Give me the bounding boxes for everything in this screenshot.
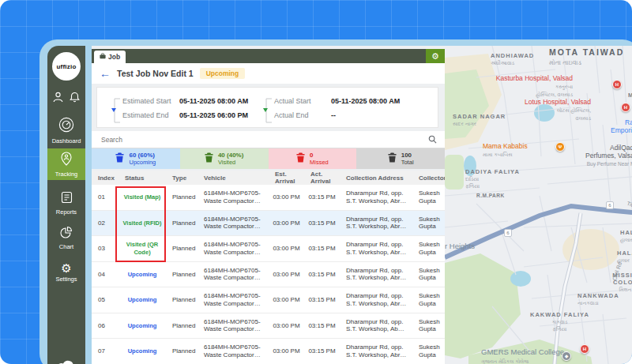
col-header[interactable]: Act. Arrival <box>304 171 340 185</box>
map-area-label: ANDHIAWADઅંધીઆવાડ <box>491 52 534 66</box>
estimated-group: Estimated Start05-11-2025 08:00 AM Estim… <box>122 94 248 122</box>
cell-address: Dharampur Rd, opp. <box>346 292 403 299</box>
map-area-label: SADAR NAGARસાદર નાગર <box>453 113 506 127</box>
col-header[interactable]: Vehicle <box>198 174 269 182</box>
map-poi-label[interactable]: Lotus Hospital, Valsadલોટસ હોસ્પિટલ,વલસા… <box>512 98 591 122</box>
col-header[interactable]: Index <box>92 174 118 182</box>
map-poi-label[interactable]: Mama Kababisમામા કબાબિસ <box>483 142 528 158</box>
summary-missed[interactable]: 0Missed <box>269 148 357 169</box>
trash-icon <box>388 152 397 166</box>
cell-index: 04 <box>92 271 118 279</box>
col-header[interactable]: Type <box>166 174 198 182</box>
job-title: Test Job Nov Edit 1 <box>117 69 194 78</box>
cell-act-arrival: 03:15 PM <box>304 271 340 279</box>
col-header[interactable]: Collection Address <box>340 174 412 182</box>
table-row[interactable]: 03 Visited (QR Code) Planned 6184MH-MOP6… <box>92 236 445 262</box>
cell-type: Planned <box>166 347 198 355</box>
summary-total[interactable]: 100Total <box>356 148 445 169</box>
cell-vehicle: 6184MH-MOP6705- <box>204 216 261 223</box>
cell-collector: Sukesh Gupta <box>412 190 445 205</box>
trash-icon <box>205 152 213 166</box>
tracking-icon <box>60 152 73 169</box>
estimated-end-value: 05-11-2025 06:00 PM <box>179 111 248 119</box>
sidebar-item-reports[interactable]: Reports <box>47 188 85 218</box>
hospital-marker[interactable]: H <box>580 344 589 354</box>
sidebar-item-label: Tracking <box>55 171 77 178</box>
college-marker[interactable]: ◆ <box>562 351 571 361</box>
summary-upcoming[interactable]: 60 (60%)Upcoming <box>92 148 180 169</box>
cell-address2: S.T. Workshop, Abr… <box>346 274 406 281</box>
table-row[interactable]: 04 Upcoming Planned 6184MH-MOP6705-Waste… <box>92 262 445 288</box>
map-area-label: NANKWADAનાનકવાડા <box>577 292 619 306</box>
cell-index: 01 <box>92 193 118 201</box>
status-badge: Upcoming <box>200 68 246 79</box>
cell-act-arrival: 03:15 PM <box>304 193 340 201</box>
cell-est-arrival: 03:00 PM <box>269 347 304 355</box>
dashboard-icon <box>58 117 74 136</box>
cell-collector: Sukesh Gupta <box>412 241 445 256</box>
panel-settings-button[interactable]: ⚙ <box>426 49 445 63</box>
cell-address2: S.T. Workshop, Abr… <box>346 197 406 205</box>
table-row[interactable]: 06 Upcoming Planned 6184MH-MOP6705-Waste… <box>92 313 445 340</box>
map-area-label: DADIYA FALIYAદાડિયાફળિયા <box>465 168 520 190</box>
cell-type: Planned <box>166 193 198 201</box>
cell-est-arrival: 03:00 PM <box>269 322 304 330</box>
search-icon[interactable] <box>428 133 437 147</box>
sidebar-item-dashboard[interactable]: Dashboard <box>47 115 85 145</box>
cell-address: Dharampur Rd, opp. <box>346 318 403 325</box>
table-row[interactable]: 07 Upcoming Planned 6184MH-MOP6705-Waste… <box>92 339 445 364</box>
cell-vehicle: 6184MH-MOP6705- <box>204 318 261 325</box>
cell-address2: S.T. Workshop, Ab… <box>346 325 404 332</box>
map-poi-label[interactable]: GMERS Medical Collegeગુજરાત મેડિકલ કોલેજ <box>481 347 564 364</box>
summary-count: 60 (60%) <box>129 152 156 159</box>
cell-index: 03 <box>92 245 118 253</box>
cell-address2: S.T. Workshop, Abr… <box>346 300 406 307</box>
col-header[interactable]: Collector <box>412 174 445 182</box>
sidebar-item-tracking[interactable]: Tracking <box>47 148 85 180</box>
job-panel: Job ⚙ ← Test Job Nov Edit 1 Upcoming Est… <box>92 46 445 364</box>
cell-index: 05 <box>92 296 118 304</box>
map-poi-label[interactable]: Kasturba Hospital, Valsadકસ્તુરબાહોસ્પિટ… <box>494 74 573 98</box>
support-cloud-icon[interactable] <box>55 358 77 364</box>
tab-bar: Job ⚙ <box>92 49 445 63</box>
table-row[interactable]: 01 Visited (Map) Planned 6184MH-MOP6705-… <box>92 185 445 211</box>
restaurant-marker[interactable]: Ψ <box>555 142 565 152</box>
map-canvas[interactable]: ANDHIAWADઅંધીઆવાડ MOTA TAIWADમોતા તાઇવાડ… <box>445 46 632 364</box>
cell-address2: S.T. Workshop, Abr… <box>346 351 406 358</box>
cell-address: Dharampur Rd, opp. <box>346 343 403 351</box>
cell-act-arrival: 03:15 PM <box>304 347 340 355</box>
cell-vehicle2: Waste Compactor… <box>204 351 261 358</box>
route-shield: 6 <box>606 201 614 209</box>
back-button[interactable]: ← <box>100 68 111 79</box>
col-header[interactable]: Est. Arrival <box>269 171 304 185</box>
table-row[interactable]: 05 Upcoming Planned 6184MH-MOP6705-Waste… <box>92 287 445 313</box>
sidebar-item-settings[interactable]: ⚙ Settings <box>47 257 85 287</box>
chart-icon <box>60 226 73 242</box>
estimated-start-label: Estimated Start <box>122 97 179 105</box>
schedule-card: Estimated Start05-11-2025 08:00 AM Estim… <box>96 87 438 128</box>
sidebar-item-label: Settings <box>55 276 77 283</box>
map-poi-label[interactable]: RajwadiEmporium Valsad <box>611 118 632 134</box>
col-header[interactable]: Status <box>118 174 166 182</box>
hospital-marker[interactable]: H <box>621 103 630 112</box>
table-row[interactable]: 02 Visited (RFID) Planned 6184MH-MOP6705… <box>92 211 445 237</box>
map-poi-label[interactable]: AdilQadriPerfumes, ValsadBuy Perfume Nea… <box>585 144 632 167</box>
actual-end-value: -- <box>331 111 336 119</box>
summary-visited[interactable]: 40 (40%)Visited <box>180 148 269 169</box>
cell-est-arrival: 03:00 PM <box>269 193 304 201</box>
tab-job[interactable]: Job <box>94 51 126 63</box>
settings-gear-icon: ⚙ <box>61 262 71 274</box>
summary-count: 100 <box>401 152 414 159</box>
summary-count: 0 <box>310 152 329 159</box>
cell-type: Planned <box>166 322 198 330</box>
search-input[interactable] <box>100 135 428 144</box>
bell-icon[interactable] <box>70 92 80 106</box>
sidebar-item-chart[interactable]: Chart <box>47 223 85 253</box>
user-icon[interactable] <box>53 92 63 106</box>
hospital-marker[interactable]: H <box>612 80 622 89</box>
cell-address: Dharampur Rd, opp. <box>346 216 403 223</box>
estimated-start-value: 05-11-2025 08:00 AM <box>179 97 248 105</box>
cell-vehicle2: Waste Compactor… <box>204 223 261 230</box>
sidebar-item-label: Dashboard <box>52 137 81 144</box>
cell-type: Planned <box>166 271 198 279</box>
